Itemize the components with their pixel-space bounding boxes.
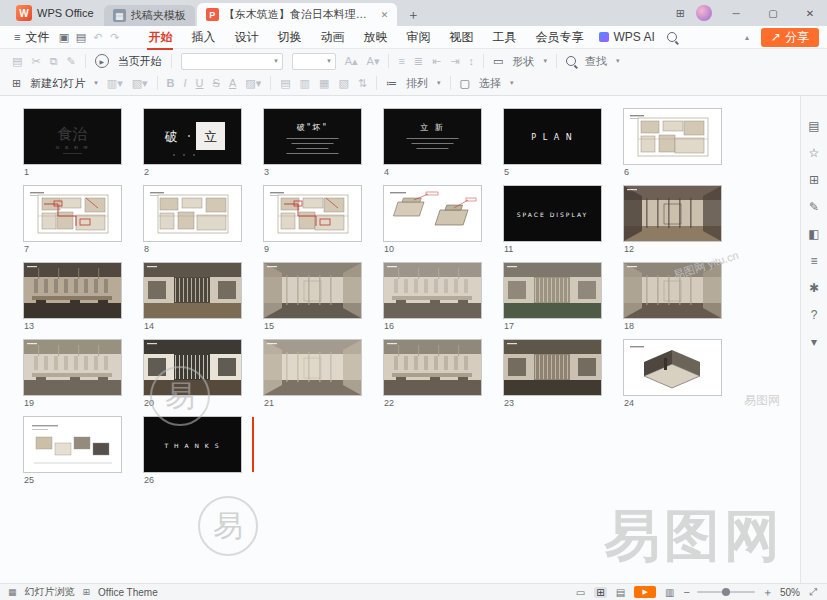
tab-active-document[interactable]: P 【东木筑造】食治日本料理板... ✕: [197, 3, 398, 26]
slide-thumbnail-20[interactable]: [144, 340, 241, 395]
ribbon-tab-9[interactable]: 工具: [491, 27, 517, 48]
ribbon-tab-4[interactable]: 切换: [276, 27, 302, 48]
pane-outline-icon[interactable]: ≡: [810, 255, 817, 267]
copy-icon[interactable]: ⧉: [50, 56, 58, 67]
slide-thumbnail-12[interactable]: [624, 186, 721, 241]
zoom-slider[interactable]: [697, 591, 755, 593]
bullets-icon[interactable]: ≡: [398, 56, 404, 67]
fit-to-window-button[interactable]: ⤢: [807, 586, 819, 598]
paste-icon[interactable]: ▤: [12, 56, 22, 67]
theme-label[interactable]: Office Theme: [98, 587, 158, 598]
search-icon[interactable]: [667, 32, 677, 42]
slide-layout-icon[interactable]: ▥▾: [107, 78, 123, 89]
wps-ai-button[interactable]: WPS AI: [599, 30, 654, 44]
slide-sorter-view-button[interactable]: ⊞: [594, 587, 606, 598]
ribbon-tab-1[interactable]: 开始: [147, 27, 173, 48]
save-icon[interactable]: ▣: [55, 31, 72, 44]
zoom-out-button[interactable]: −: [684, 587, 690, 598]
slide-thumbnail-6[interactable]: [624, 109, 721, 164]
slide-thumbnail-5[interactable]: P L A N: [504, 109, 601, 164]
ribbon-collapse-icon[interactable]: ▴: [745, 33, 749, 42]
undo-icon[interactable]: ↶: [89, 31, 106, 44]
find-caret-icon[interactable]: ▾: [616, 57, 620, 65]
text-direction-icon[interactable]: ⇅: [358, 78, 367, 89]
slide-thumbnail-17[interactable]: [504, 263, 601, 318]
font-color-icon[interactable]: A: [229, 78, 236, 89]
close-button[interactable]: ✕: [797, 8, 823, 19]
slide-thumbnail-16[interactable]: [384, 263, 481, 318]
slide-sorter-canvas[interactable]: 食治日 本 料 理1破立2破"坏"3立 新4P L A N5678910SPAC…: [0, 96, 800, 583]
file-menu-button[interactable]: ≡ 文件: [8, 29, 55, 46]
highlight-color-icon[interactable]: ▨▾: [245, 78, 261, 89]
slideshow-play-button[interactable]: ▶: [634, 586, 656, 598]
align-left-icon[interactable]: ▤: [280, 78, 290, 89]
ribbon-tab-10[interactable]: 会员专享: [534, 27, 584, 48]
slide-thumbnail-25[interactable]: [24, 417, 121, 472]
ribbon-tab-6[interactable]: 放映: [362, 27, 388, 48]
slide-thumbnail-14[interactable]: [144, 263, 241, 318]
pane-properties-icon[interactable]: ▤: [808, 120, 819, 132]
align-center-icon[interactable]: ▥: [300, 78, 310, 89]
font-name-combobox[interactable]: ▾: [181, 53, 283, 70]
ribbon-tab-2[interactable]: 插入: [190, 27, 216, 48]
maximize-button[interactable]: ▢: [760, 8, 786, 19]
slide-section-icon[interactable]: ▧▾: [132, 78, 148, 89]
slide-thumbnail-26[interactable]: T H A N K S: [144, 417, 241, 472]
decrease-font-icon[interactable]: A▾: [367, 56, 380, 67]
slide-thumbnail-8[interactable]: [144, 186, 241, 241]
shapes-button[interactable]: 形状: [512, 54, 534, 69]
pane-edit-icon[interactable]: ✎: [809, 201, 819, 213]
slide-thumbnail-3[interactable]: 破"坏": [264, 109, 361, 164]
find-button[interactable]: 查找: [585, 54, 607, 69]
slide-thumbnail-1[interactable]: 食治日 本 料 理: [24, 109, 121, 164]
tab-close-icon[interactable]: ✕: [381, 10, 389, 20]
notes-toggle-icon[interactable]: ▥: [663, 587, 676, 598]
cut-icon[interactable]: ✂: [31, 56, 40, 67]
share-button[interactable]: ↗ 分享: [761, 28, 819, 47]
align-justify-icon[interactable]: ▧: [338, 78, 348, 89]
ribbon-tab-3[interactable]: 设计: [233, 27, 259, 48]
pane-shapes-icon[interactable]: ◧: [808, 228, 819, 240]
start-from-current-button[interactable]: 当页开始: [118, 54, 162, 69]
slide-thumbnail-4[interactable]: 立 新: [384, 109, 481, 164]
align-right-icon[interactable]: ▦: [319, 78, 329, 89]
slide-thumbnail-22[interactable]: [384, 340, 481, 395]
slide-thumbnail-24[interactable]: [624, 340, 721, 395]
underline-icon[interactable]: U: [196, 78, 204, 89]
print-icon[interactable]: ▤: [72, 31, 89, 44]
slide-thumbnail-21[interactable]: [264, 340, 361, 395]
avatar[interactable]: [696, 5, 712, 21]
redo-icon[interactable]: ↷: [106, 31, 123, 44]
pane-effects-icon[interactable]: ✱: [809, 282, 819, 294]
slide-thumbnail-11[interactable]: SPACE DISPLAY: [504, 186, 601, 241]
zoom-level-label[interactable]: 50%: [780, 587, 800, 598]
slide-thumbnail-7[interactable]: [24, 186, 121, 241]
pane-help-icon[interactable]: ?: [811, 309, 818, 321]
slide-thumbnail-15[interactable]: [264, 263, 361, 318]
numbering-icon[interactable]: ≣: [414, 56, 423, 67]
new-slide-button[interactable]: 新建幻灯片: [30, 76, 85, 91]
increase-indent-icon[interactable]: ⇥: [450, 56, 459, 67]
zoom-in-button[interactable]: ＋: [762, 587, 773, 598]
slide-thumbnail-19[interactable]: [24, 340, 121, 395]
pane-favorites-icon[interactable]: ☆: [809, 147, 820, 159]
line-spacing-icon[interactable]: ↕: [469, 56, 475, 67]
slide-thumbnail-13[interactable]: [24, 263, 121, 318]
pane-collapse-icon[interactable]: ▾: [811, 336, 817, 348]
zoom-slider-thumb[interactable]: [722, 588, 730, 596]
italic-icon[interactable]: I: [184, 78, 187, 89]
select-caret-icon[interactable]: ▾: [510, 79, 514, 87]
increase-font-icon[interactable]: A▴: [345, 56, 358, 67]
slide-thumbnail-18[interactable]: [624, 263, 721, 318]
arrange-caret-icon[interactable]: ▾: [437, 79, 441, 87]
apps-grid-icon[interactable]: ⊞: [676, 7, 685, 20]
tab-template-library[interactable]: ▦ 找稿夹模板: [104, 5, 195, 26]
new-tab-button[interactable]: ＋: [403, 5, 423, 25]
shapes-caret-icon[interactable]: ▾: [543, 57, 547, 65]
select-button[interactable]: 选择: [479, 76, 501, 91]
minimize-button[interactable]: ─: [723, 8, 749, 19]
reading-view-button[interactable]: ▤: [614, 587, 627, 598]
arrange-button[interactable]: 排列: [406, 76, 428, 91]
bold-icon[interactable]: B: [167, 78, 175, 89]
pane-layout-icon[interactable]: ⊞: [809, 174, 819, 186]
